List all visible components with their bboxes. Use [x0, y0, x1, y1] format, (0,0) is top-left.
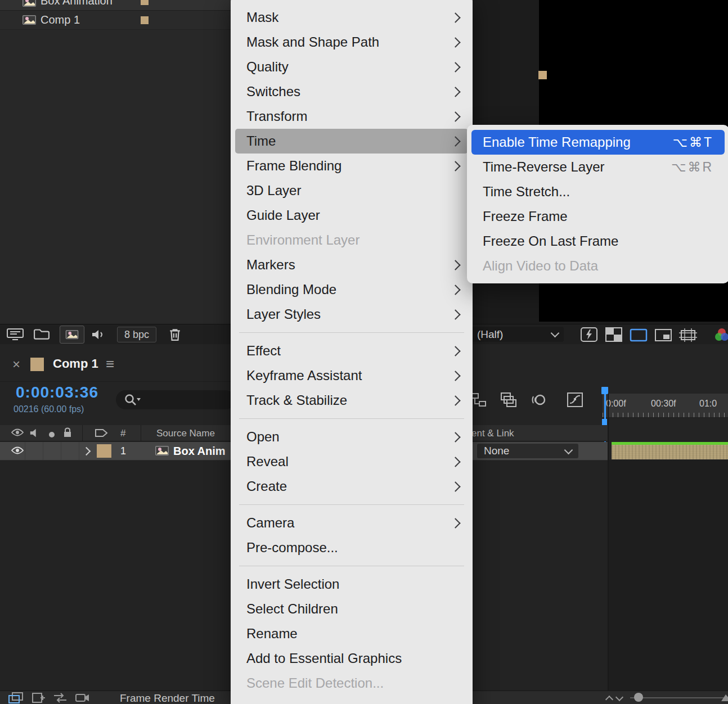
frame-blending-icon[interactable]	[501, 392, 516, 409]
menu-item-environment-layer: Environment Layer	[235, 228, 468, 252]
panel-divider[interactable]	[608, 394, 609, 691]
submenu-item-enable-time-remapping[interactable]: Enable Time Remapping ⌥⌘T	[471, 130, 725, 155]
new-composition-button[interactable]	[60, 326, 84, 344]
menu-item-layer-styles[interactable]: Layer Styles	[235, 302, 468, 327]
project-flowchart-icon[interactable]	[7, 328, 24, 343]
zoom-slider-track[interactable]	[630, 697, 728, 698]
menu-item-rename[interactable]: Rename	[235, 621, 468, 646]
submenu-chevron-icon	[450, 87, 460, 97]
trash-icon[interactable]	[169, 328, 181, 344]
audio-column-icon[interactable]	[29, 428, 39, 440]
transparency-grid-icon[interactable]	[605, 327, 622, 344]
menu-item-mask[interactable]: Mask	[235, 5, 468, 30]
menu-item-frame-blending[interactable]: Frame Blending	[235, 154, 468, 178]
menu-item-mask-and-shape-path[interactable]: Mask and Shape Path	[235, 30, 468, 55]
menu-item-select-children[interactable]: Select Children	[235, 597, 468, 621]
submenu-item-freeze-on-last-frame[interactable]: Freeze On Last Frame	[471, 229, 725, 254]
submenu-chevron-icon	[450, 260, 460, 270]
layer-duration-bar[interactable]	[612, 445, 728, 459]
submenu-chevron-icon	[450, 62, 460, 72]
submenu-item-time-stretch[interactable]: Time Stretch...	[471, 179, 725, 204]
project-item-label: Box Animation	[41, 0, 113, 7]
submenu-chevron-icon	[450, 136, 460, 146]
solo-column-icon[interactable]	[48, 430, 55, 440]
menu-item-quality[interactable]: Quality	[235, 55, 468, 79]
submenu-chevron-icon	[450, 457, 460, 467]
menu-item-blending-mode[interactable]: Blending Mode	[235, 277, 468, 302]
timeline-tab-title[interactable]: Comp 1	[53, 356, 98, 371]
lock-column-icon[interactable]	[63, 427, 72, 440]
close-tab-icon[interactable]: ×	[12, 356, 20, 372]
submenu-chevron-icon	[450, 432, 460, 442]
toggle-transfer-controls-icon[interactable]	[8, 692, 24, 704]
menu-separator	[239, 504, 464, 505]
color-depth-button[interactable]: 8 bpc	[117, 327, 156, 342]
new-folder-icon[interactable]	[34, 328, 50, 342]
number-column-header[interactable]: #	[120, 428, 125, 439]
safe-margins-icon[interactable]	[679, 328, 697, 344]
guide-options-icon[interactable]	[654, 328, 672, 344]
fast-previews-icon[interactable]	[581, 327, 597, 344]
current-time-display[interactable]: 0:00:03:36	[16, 383, 98, 401]
frame-render-time-label[interactable]: Frame Render Time	[120, 692, 215, 704]
time-ruler[interactable]: 0:00f 00:30f 01:0	[602, 394, 728, 418]
chevron-down-icon[interactable]	[615, 693, 623, 701]
menu-item-transform[interactable]: Transform	[235, 104, 468, 129]
comp-flowchart-icon[interactable]	[471, 392, 486, 409]
layer-visibility-eye-icon[interactable]	[11, 446, 24, 457]
layer-label-swatch[interactable]	[97, 444, 111, 458]
comp-layer-square[interactable]	[538, 71, 547, 79]
menu-item-guide-layer[interactable]: Guide Layer	[235, 203, 468, 228]
layer-name[interactable]: Box Anim	[173, 445, 226, 458]
frame-rate-info: 00216 (60.00 fps)	[14, 404, 84, 414]
menu-item-add-to-essential-graphics[interactable]: Add to Essential Graphics	[235, 646, 468, 671]
menu-separator	[239, 566, 464, 566]
project-item-label: Comp 1	[41, 13, 80, 26]
menu-item-open[interactable]: Open	[235, 425, 468, 449]
menu-item-time[interactable]: Time	[235, 129, 468, 154]
parent-link-dropdown[interactable]: None	[477, 444, 578, 458]
menu-item-markers[interactable]: Markers	[235, 252, 468, 277]
motion-blur-icon[interactable]	[531, 392, 546, 409]
panel-menu-icon[interactable]: ≡	[106, 355, 114, 373]
toggle-switches-icon[interactable]	[32, 692, 46, 704]
source-name-column-header[interactable]: Source Name	[156, 428, 215, 439]
speaker-icon[interactable]	[91, 330, 106, 342]
layer-expand-chevron-icon[interactable]	[82, 447, 91, 456]
graph-editor-icon[interactable]	[567, 392, 583, 409]
time-submenu: Enable Time Remapping ⌥⌘T Time-Reverse L…	[467, 125, 728, 283]
submenu-item-time-reverse-layer[interactable]: Time-Reverse Layer ⌥⌘R	[471, 155, 725, 179]
menu-item-keyframe-assistant[interactable]: Keyframe Assistant	[235, 363, 468, 388]
submenu-chevron-icon	[450, 481, 460, 491]
menu-item-scene-edit-detection: Scene Edit Detection...	[235, 671, 468, 696]
menu-item-track-stabilize[interactable]: Track & Stabilize	[235, 388, 468, 413]
comp-label-swatch	[30, 358, 44, 371]
zoom-slider-knob[interactable]	[634, 693, 643, 702]
menu-item-effect[interactable]: Effect	[235, 339, 468, 363]
label-column-icon[interactable]	[95, 429, 108, 439]
color-depth-label: 8 bpc	[124, 329, 149, 341]
timeline-search-input[interactable]	[116, 390, 235, 409]
label-color-swatch[interactable]	[141, 0, 149, 5]
channel-color-icon[interactable]	[713, 327, 728, 344]
chevron-up-icon[interactable]	[605, 696, 613, 703]
menu-item-invert-selection[interactable]: Invert Selection	[235, 572, 468, 597]
menu-item-camera[interactable]: Camera	[235, 511, 468, 535]
resolution-dropdown[interactable]: (Half)	[471, 327, 564, 342]
render-camera-icon[interactable]	[75, 692, 90, 704]
parent-link-column-header[interactable]: ent & Link	[471, 428, 514, 439]
menu-item-switches[interactable]: Switches	[235, 79, 468, 104]
submenu-chevron-icon	[450, 12, 460, 22]
menu-item-reveal[interactable]: Reveal	[235, 449, 468, 474]
eye-column-icon[interactable]	[11, 428, 24, 439]
submenu-item-freeze-frame[interactable]: Freeze Frame	[471, 204, 725, 229]
in-out-columns-icon[interactable]	[53, 692, 68, 704]
menu-item-create[interactable]: Create	[235, 474, 468, 499]
region-of-interest-icon[interactable]	[630, 328, 648, 344]
zoom-in-mountains-icon[interactable]	[721, 692, 728, 704]
submenu-chevron-icon	[450, 285, 460, 295]
label-color-swatch[interactable]	[141, 16, 149, 24]
menu-item-3d-layer[interactable]: 3D Layer	[235, 178, 468, 203]
ruler-tick-label: 01:0	[699, 399, 717, 409]
menu-item-pre-compose[interactable]: Pre-compose...	[235, 535, 468, 560]
